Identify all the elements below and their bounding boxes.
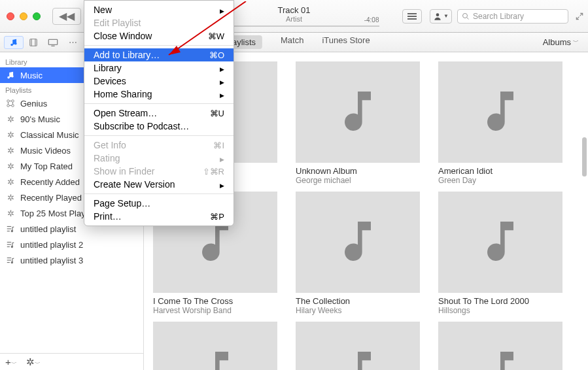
album-tile[interactable]: American IdiotGreen Day (438, 61, 562, 185)
menu-print[interactable]: Print…⌘P (84, 210, 233, 223)
svg-point-0 (436, 13, 440, 16)
close-window-button[interactable] (7, 12, 14, 20)
svg-rect-5 (30, 39, 37, 46)
menu-library[interactable]: Library (84, 61, 233, 75)
svg-point-10 (7, 76, 10, 79)
settings-button[interactable]: ✲﹀ (26, 356, 41, 368)
svg-point-11 (11, 75, 14, 78)
svg-point-23 (11, 230, 12, 231)
account-button[interactable]: ▼ (430, 9, 452, 24)
scrollbar[interactable] (582, 137, 587, 177)
playlist-icon (5, 255, 16, 265)
menu-show-in-finder: Show in Finder⇧⌘R (84, 165, 233, 178)
album-art (296, 192, 420, 293)
music-note-icon (9, 38, 18, 47)
album-artist: Hillsongs (438, 306, 562, 315)
album-tile[interactable] (296, 322, 420, 370)
album-art (296, 322, 420, 370)
minimize-window-button[interactable] (20, 12, 27, 20)
sidebar-item-label: Music (20, 71, 43, 80)
menu-edit-playlist: Edit Playlist (84, 16, 233, 29)
sidebar-item-untitled2[interactable]: untitled playlist 2 (0, 237, 143, 252)
gear-icon: ✲ (5, 177, 16, 187)
menu-home-sharing[interactable]: Home Sharing (84, 88, 233, 101)
search-icon (462, 12, 470, 20)
gear-icon: ✲ (5, 145, 16, 156)
playlist-icon (5, 239, 16, 250)
svg-point-13 (12, 100, 14, 103)
music-note-icon (332, 85, 384, 140)
music-media-tab[interactable] (4, 36, 24, 49)
sidebar-item-label: Recently Played (20, 193, 82, 203)
album-tile[interactable] (438, 322, 562, 370)
genius-icon (5, 98, 16, 109)
album-title: The Collection (296, 296, 420, 306)
sidebar-item-label: My Top Rated (20, 161, 73, 171)
music-note-icon (189, 345, 241, 371)
album-artist: Green Day (438, 176, 562, 185)
album-tile[interactable]: Shout To The Lord 2000Hillsongs (438, 192, 562, 315)
sidebar-item-label: Classical Music (20, 130, 79, 140)
album-title: American Idiot (438, 166, 562, 176)
music-note-icon (5, 70, 16, 80)
back-button[interactable]: ◀◀ (52, 8, 81, 25)
list-view-button[interactable] (402, 9, 422, 24)
film-icon (29, 38, 38, 47)
user-silhouette-icon (433, 12, 442, 21)
menu-devices[interactable]: Devices (84, 75, 233, 88)
music-note-icon (332, 215, 384, 270)
album-art (153, 322, 277, 370)
album-art (438, 322, 562, 370)
music-note-icon (474, 85, 527, 140)
view-dropdown[interactable]: Albums ﹀ (543, 37, 579, 47)
sidebar-item-label: Recently Added (20, 177, 80, 187)
svg-point-4 (14, 42, 17, 45)
more-media-tab[interactable]: ⋯ (63, 36, 82, 49)
chevron-down-icon: ﹀ (573, 38, 579, 46)
add-playlist-button[interactable]: +﹀ (5, 356, 17, 368)
gear-icon: ✲ (5, 114, 16, 124)
album-title: Shout To The Lord 2000 (438, 296, 562, 306)
view-dropdown-label: Albums (543, 37, 571, 47)
album-artist: Harvest Worship Band (153, 306, 277, 315)
menu-page-setup[interactable]: Page Setup… (84, 197, 233, 210)
tab-match[interactable]: Match (281, 35, 303, 49)
menu-new[interactable]: New (84, 3, 233, 16)
album-art (438, 192, 562, 293)
search-input[interactable]: Search Library (457, 9, 568, 24)
menu-create-new-version[interactable]: Create New Version (84, 178, 233, 191)
playback-progress[interactable]: -4:08 (209, 25, 379, 27)
svg-point-27 (11, 246, 12, 247)
menu-get-info: Get Info⌘I (84, 139, 233, 152)
file-menu: New Edit Playlist Close Window⌘W Add to … (84, 0, 234, 226)
menu-add-to-library[interactable]: Add to Library…⌘O (84, 48, 233, 61)
tv-media-tab[interactable] (43, 36, 63, 49)
sidebar-item-label: Genius (20, 99, 47, 109)
music-note-icon (332, 345, 384, 371)
album-tile[interactable]: Unknown AlbumGeorge michael (296, 61, 420, 185)
zoom-window-button[interactable] (33, 12, 41, 20)
tv-icon (48, 39, 58, 46)
sidebar-item-label: Music Videos (20, 146, 71, 156)
sidebar-item-label: untitled playlist 3 (20, 256, 83, 265)
menu-subscribe-podcast[interactable]: Subscribe to Podcast… (84, 120, 233, 133)
menu-close-window[interactable]: Close Window⌘W (84, 29, 233, 42)
album-art (438, 61, 562, 163)
album-tile[interactable]: The CollectionHilary Weeks (296, 192, 420, 315)
menu-open-stream[interactable]: Open Stream…⌘U (84, 107, 233, 120)
now-playing: Track 01 Artist -4:08 (209, 5, 379, 27)
album-tile[interactable] (153, 322, 277, 370)
music-note-icon (474, 215, 527, 270)
sidebar-item-label: 90's Music (20, 114, 60, 124)
sidebar-item-untitled3[interactable]: untitled playlist 3 (0, 252, 143, 268)
svg-point-15 (12, 105, 14, 107)
movies-media-tab[interactable] (24, 36, 43, 49)
svg-point-1 (463, 13, 468, 18)
svg-point-3 (10, 43, 13, 46)
svg-rect-8 (48, 39, 57, 44)
fullscreen-button[interactable] (575, 12, 584, 21)
sidebar-item-label: untitled playlist 2 (20, 240, 83, 250)
tab-itunes-store[interactable]: iTunes Store (322, 35, 370, 49)
album-title: Unknown Album (296, 166, 420, 176)
album-artist: Hilary Weeks (296, 306, 420, 315)
